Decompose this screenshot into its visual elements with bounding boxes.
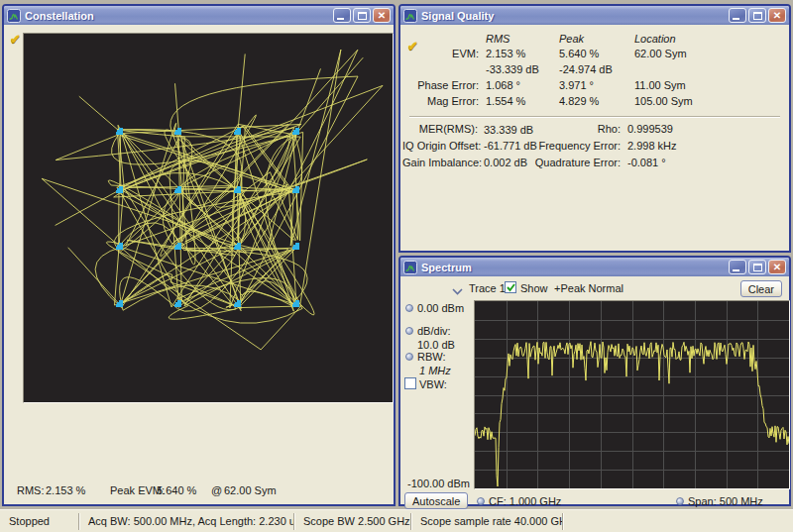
db-div-label: dB/div:: [417, 325, 451, 337]
summary-value: -61.771 dB: [484, 140, 537, 152]
app-desktop: { "windows": { "constellation": { "title…: [0, 0, 793, 532]
show-label: Show: [520, 282, 548, 294]
summary-value: 0.002 dB: [484, 157, 527, 168]
row-rms: 1.068 °: [486, 79, 520, 91]
row-peak: -24.974 dB: [559, 63, 613, 75]
status-sample-rate: Scope sample rate 40.000 GHz: [411, 513, 563, 530]
row-rms: 1.554 %: [486, 95, 525, 107]
rms-value: 2.153 %: [46, 484, 85, 496]
signal-quality-divider: [409, 116, 780, 118]
spectrum-plot-frame: [474, 300, 790, 489]
summary-label: Frequency Error:: [531, 140, 621, 152]
maximize-button[interactable]: [353, 8, 371, 23]
status-scope-bw: Scope BW 2.500 GHz: [294, 513, 411, 530]
summary-label: Rho:: [531, 123, 621, 135]
spectrum-window: Spectrum ✕ Trace 1 Show +Peak Normal Cle…: [398, 256, 791, 506]
chevron-down-icon[interactable]: [452, 285, 463, 297]
maximize-icon: [358, 12, 367, 20]
status-bar: Stopped Acq BW: 500.00 MHz, Acq Length: …: [0, 509, 793, 532]
at-symbol: @: [211, 484, 222, 496]
rms-label: RMS:: [17, 484, 45, 496]
minimize-button[interactable]: [729, 8, 746, 23]
row-location: 105.00 Sym: [634, 95, 693, 107]
maximize-icon: [753, 12, 762, 20]
app-icon: [7, 9, 21, 23]
ref-level-knob-icon[interactable]: [405, 304, 413, 312]
close-icon: ✕: [374, 9, 390, 22]
summary-value: 33.339 dB: [484, 124, 533, 136]
close-icon: ✕: [769, 9, 785, 22]
summary-label: MER(RMS):: [402, 123, 478, 135]
window-title: Spectrum: [421, 262, 727, 273]
window-title: Constellation: [25, 10, 331, 22]
constellation-status-row: RMS: 2.153 % Peak EVM: 5.640 % @ 62.00 S…: [15, 484, 392, 497]
maximize-button[interactable]: [748, 8, 766, 23]
close-button[interactable]: ✕: [373, 8, 391, 23]
summary-value: 2.998 kHz: [627, 140, 677, 152]
row-label: Mag Error:: [402, 95, 479, 107]
close-button[interactable]: ✕: [768, 8, 786, 23]
bottom-level-value: -100.00 dBm: [407, 478, 470, 489]
span-knob-icon[interactable]: [676, 497, 684, 505]
cf-value[interactable]: CF: 1.000 GHz: [489, 495, 561, 507]
rbw-knob-icon[interactable]: [405, 353, 413, 361]
close-button[interactable]: ✕: [768, 260, 786, 274]
window-title: Signal Quality: [421, 10, 727, 22]
row-peak: 4.829 %: [559, 95, 599, 107]
constellation-titlebar[interactable]: Constellation ✕: [4, 6, 394, 25]
col-header-location: Location: [634, 33, 676, 45]
maximize-button[interactable]: [748, 260, 766, 274]
status-run-state: Stopped: [0, 513, 79, 530]
signal-quality-window: Signal Quality ✕ ✔ RMS Peak Location EVM…: [398, 4, 791, 253]
trace-selector-label[interactable]: Trace 1: [469, 282, 506, 294]
row-peak: 5.640 %: [559, 48, 599, 59]
at-value: 62.00 Sym: [224, 484, 277, 496]
db-div-value[interactable]: 10.0 dB: [417, 339, 455, 351]
status-acq-info: Acq BW: 500.00 MHz, Acq Length: 2.230 us: [79, 513, 294, 530]
row-rms: -33.339 dB: [486, 63, 539, 75]
minimize-icon: [733, 269, 739, 271]
row-location: 62.00 Sym: [634, 48, 687, 59]
minimize-button[interactable]: [729, 260, 746, 274]
data-valid-checkmark-icon: ✔: [10, 32, 21, 47]
row-location: 11.00 Sym: [634, 79, 686, 91]
cf-knob-icon[interactable]: [477, 497, 485, 505]
summary-value: 0.999539: [627, 123, 673, 135]
signal-quality-titlebar[interactable]: Signal Quality ✕: [400, 6, 789, 25]
constellation-plot-frame: [23, 33, 394, 403]
summary-label: Gain Imbalance:: [402, 157, 478, 168]
vbw-checkbox[interactable]: [404, 377, 416, 389]
app-icon: [403, 261, 417, 274]
summary-label: IQ Origin Offset:: [402, 140, 478, 152]
ref-level-value[interactable]: 0.00 dBm: [417, 302, 464, 314]
spectrum-titlebar[interactable]: Spectrum ✕: [400, 258, 789, 276]
constellation-plot-canvas: [24, 34, 393, 402]
show-checkbox[interactable]: [505, 281, 516, 293]
detector-mode-label: +Peak Normal: [554, 282, 623, 294]
check-icon: [507, 283, 515, 292]
summary-value: -0.081 °: [627, 157, 666, 168]
autoscale-button[interactable]: Autoscale: [404, 492, 468, 509]
db-div-knob-icon[interactable]: [405, 327, 413, 335]
col-header-rms: RMS: [486, 33, 510, 45]
clear-button[interactable]: Clear: [740, 280, 782, 297]
app-icon: [403, 9, 417, 23]
minimize-icon: [337, 18, 344, 20]
row-label: Phase Error:: [402, 79, 479, 91]
minimize-icon: [733, 18, 739, 20]
maximize-icon: [753, 264, 762, 271]
close-icon: ✕: [769, 261, 785, 273]
constellation-window: Constellation ✕ ✔ RMS: 2.153 % Peak EVM:…: [2, 4, 396, 506]
row-rms: 2.153 %: [486, 48, 525, 59]
rbw-label: RBW:: [417, 351, 446, 363]
row-peak: 3.971 °: [559, 79, 594, 91]
row-label: EVM:: [402, 48, 479, 59]
minimize-button[interactable]: [333, 8, 351, 23]
vbw-label: VBW:: [419, 378, 447, 390]
spectrum-plot-canvas: [475, 301, 789, 488]
summary-label: Quadrature Error:: [531, 157, 621, 168]
rbw-value[interactable]: 1 MHz: [419, 365, 451, 376]
peak-evm-value: 5.640 %: [157, 484, 196, 496]
span-value[interactable]: Span: 500 MHz: [688, 495, 763, 507]
col-header-peak: Peak: [559, 33, 584, 45]
